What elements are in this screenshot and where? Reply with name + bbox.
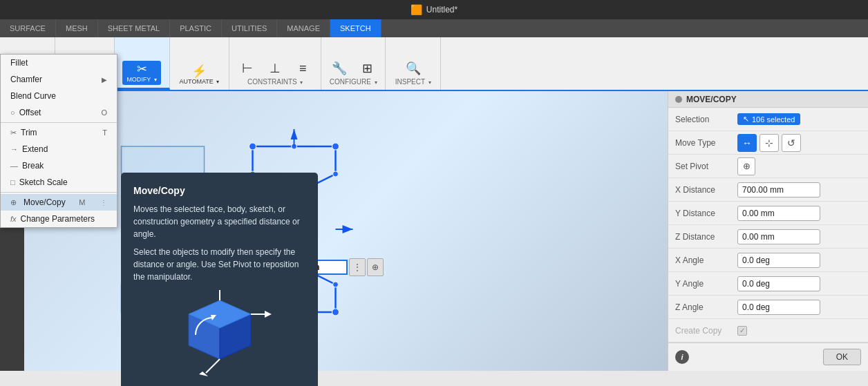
configure-group: 🔧 ⊞ CONFIGURE ▾: [321, 37, 386, 90]
constraints-btn3[interactable]: ≡: [290, 60, 315, 77]
set-pivot-row: Set Pivot ⊕: [668, 155, 868, 178]
svg-point-12: [332, 143, 339, 150]
constraints-group: ⊢ ⊥ ≡ CONSTRAINTS ▾: [229, 37, 321, 90]
z-angle-row: Z Angle: [668, 296, 868, 319]
dropdown-divider2: [1, 192, 117, 193]
move-type-translate-btn[interactable]: ↔: [737, 134, 757, 152]
x-angle-value: [737, 253, 861, 268]
x-distance-row: X Distance: [668, 178, 868, 202]
automate-btn[interactable]: ⚡ AUTOMATE ▾: [176, 63, 224, 87]
tab-manage[interactable]: MANAGE: [277, 19, 330, 37]
y-distance-input[interactable]: [737, 206, 820, 221]
z-distance-label: Z Distance: [675, 232, 737, 242]
move-type-row: Move Type ↔ ⊹ ↺: [668, 131, 868, 155]
inspect-btn[interactable]: 🔍: [401, 60, 426, 77]
create-copy-row: Create Copy ✓: [668, 319, 868, 342]
z-distance-value: [737, 229, 861, 244]
menu-break[interactable]: —Break: [1, 157, 117, 174]
svg-point-11: [249, 143, 256, 150]
input-expand-btn[interactable]: ⊕: [367, 258, 384, 276]
move-type-value: ↔ ⊹ ↺: [737, 134, 861, 152]
tab-utilities[interactable]: UTILITIES: [222, 19, 277, 37]
configure-btn1[interactable]: 🔧: [327, 60, 352, 77]
app-title: Untitled*: [426, 5, 457, 15]
z-angle-label: Z Angle: [675, 302, 737, 312]
menu-blend-curve[interactable]: Blend Curve: [1, 88, 117, 104]
cube-container: [133, 290, 305, 380]
svg-point-13: [333, 171, 339, 177]
modify-group: ✂ MODIFY ▾: [115, 37, 170, 90]
cursor-icon: ↖: [743, 115, 749, 124]
y-angle-value: [737, 276, 861, 291]
offset-icon: ○: [10, 108, 15, 117]
tab-plastic[interactable]: PLASTIC: [170, 19, 222, 37]
menu-offset[interactable]: ○Offset O: [1, 104, 117, 121]
x-angle-input[interactable]: [737, 253, 820, 268]
dropdown-divider1: [1, 122, 117, 123]
info-icon[interactable]: i: [675, 350, 689, 364]
fx-icon: fx: [10, 215, 17, 223]
input-options-btn[interactable]: ⋮: [349, 258, 366, 276]
y-angle-label: Y Angle: [675, 279, 737, 289]
y-distance-label: Y Distance: [675, 209, 737, 218]
svg-point-16: [333, 282, 339, 287]
menu-change-params[interactable]: fxChange Parameters: [1, 211, 117, 227]
menu-fillet[interactable]: Fillet: [1, 55, 117, 71]
tooltip-body1: Moves the selected face, body, sketch, o…: [133, 203, 305, 240]
selection-label: Selection: [675, 115, 737, 124]
menu-extend[interactable]: →Extend: [1, 141, 117, 157]
ribbon-toolbar: ⊞ MESH 🔲 SHEET METAL ✂: [0, 37, 868, 91]
y-angle-input[interactable]: [737, 276, 820, 291]
break-icon: —: [10, 162, 18, 170]
ribbon-tabs: SURFACE MESH SHEET METAL PLASTIC UTILITI…: [0, 19, 868, 37]
z-angle-input[interactable]: [737, 300, 820, 315]
tab-sheet-metal[interactable]: SHEET METAL: [98, 19, 170, 37]
tab-sketch[interactable]: SKETCH: [330, 19, 381, 37]
set-pivot-label: Set Pivot: [675, 162, 737, 171]
header-dot: [675, 96, 682, 103]
ok-button[interactable]: OK: [823, 349, 861, 365]
x-distance-label: X Distance: [675, 185, 737, 195]
constraints-label: CONSTRAINTS ▾: [247, 78, 303, 87]
selection-badge[interactable]: ↖ 106 selected: [737, 113, 800, 125]
inspect-label: INSPECT ▾: [395, 78, 431, 87]
modify-dropdown: Fillet Chamfer ▶ Blend Curve ○Offset O ✂…: [0, 54, 117, 228]
move-type-point-btn[interactable]: ⊹: [760, 134, 779, 152]
trim-icon: ✂: [10, 128, 17, 137]
move-type-rotate-btn[interactable]: ↺: [782, 134, 801, 152]
constraints-btn1[interactable]: ⊢: [235, 60, 260, 77]
configure-label: CONFIGURE ▾: [330, 78, 377, 87]
cube-svg: [168, 290, 272, 380]
x-distance-value: [737, 182, 861, 197]
tab-mesh[interactable]: MESH: [56, 19, 98, 37]
x-angle-label: X Angle: [675, 255, 737, 265]
menu-move-copy[interactable]: ⊕ Move/Copy M ⋮: [1, 194, 117, 211]
inspect-group: 🔍 INSPECT ▾: [386, 37, 441, 90]
y-angle-row: Y Angle: [668, 272, 868, 296]
x-distance-input[interactable]: [737, 182, 820, 197]
set-pivot-btn[interactable]: ⊕: [737, 157, 755, 175]
app-icon: 🟧: [411, 4, 422, 15]
selection-value: ↖ 106 selected: [737, 113, 861, 125]
create-copy-checkbox[interactable]: ✓: [737, 326, 747, 336]
title-bar: 🟧 Untitled*: [0, 0, 868, 19]
create-copy-label: Create Copy: [675, 326, 737, 336]
menu-sketch-scale[interactable]: □Sketch Scale: [1, 174, 117, 191]
automate-group: ⚡ AUTOMATE ▾: [170, 37, 230, 90]
modify-btn[interactable]: ✂ MODIFY ▾: [122, 61, 160, 85]
svg-marker-7: [265, 311, 272, 318]
selection-count: 106 selected: [752, 115, 795, 124]
svg-point-17: [332, 309, 339, 316]
tooltip-body2: Select the objects to modify then specif…: [133, 246, 305, 283]
tab-surface[interactable]: SURFACE: [0, 19, 56, 37]
z-distance-input[interactable]: [737, 229, 820, 244]
sketch-scale-icon: □: [10, 178, 15, 186]
configure-btn2[interactable]: ⊞: [355, 60, 379, 77]
menu-chamfer[interactable]: Chamfer ▶: [1, 71, 117, 88]
menu-trim[interactable]: ✂Trim T: [1, 124, 117, 141]
y-distance-value: [737, 206, 861, 221]
right-panel-title: MOVE/COPY: [686, 95, 737, 104]
selection-row: Selection ↖ 106 selected: [668, 108, 868, 131]
constraints-btn2[interactable]: ⊥: [263, 60, 287, 77]
right-panel-header: MOVE/COPY: [668, 91, 868, 108]
